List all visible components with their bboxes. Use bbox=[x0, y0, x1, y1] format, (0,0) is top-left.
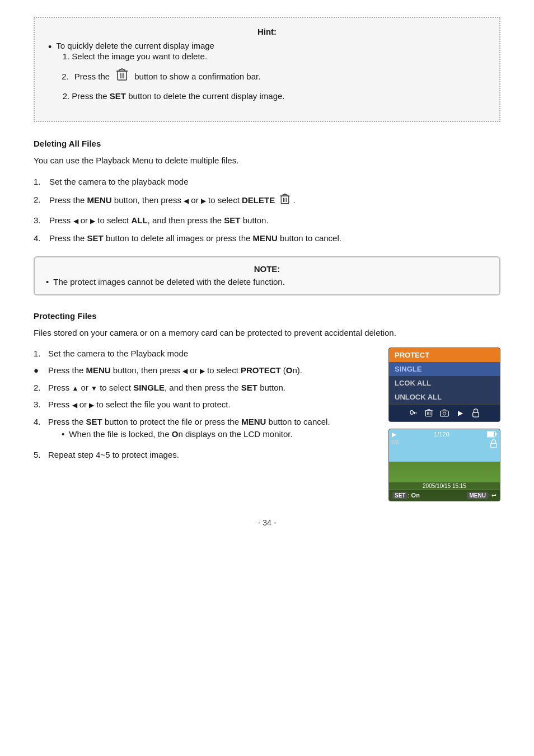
photo-overlay: ▶ 1/120 5M bbox=[389, 429, 500, 501]
toolbar-trash-icon bbox=[423, 407, 435, 419]
svg-rect-26 bbox=[491, 443, 497, 448]
menu-item-lock-all: LCOK ALL bbox=[389, 376, 500, 390]
delete-icon bbox=[115, 68, 129, 86]
protect-step-2: 2. Press or to select SINGLE, and then p… bbox=[34, 382, 377, 395]
photo-resolution: 5M bbox=[391, 439, 399, 445]
page-number: - 34 - bbox=[34, 518, 500, 527]
photo-play-icon: ▶ bbox=[392, 431, 396, 439]
toolbar-on-icon: On bbox=[407, 407, 419, 419]
toolbar-photo-icon bbox=[438, 407, 451, 419]
svg-rect-22 bbox=[473, 412, 479, 417]
photo-battery-icon bbox=[487, 431, 497, 439]
arrow-left-icon-2 bbox=[73, 215, 78, 225]
hint-title: Hint: bbox=[48, 27, 486, 36]
protecting-files-heading: Protecting Files bbox=[34, 311, 500, 321]
hint-step-2: 2. Press the bbox=[62, 68, 284, 86]
arrow-right-icon-4 bbox=[89, 400, 94, 409]
hint-bullet-text: To quickly delete the current display im… bbox=[56, 41, 284, 50]
delete-step-2: 2. Press the MENU button, then press or … bbox=[34, 193, 500, 209]
camera-menu-screen: PROTECT SINGLE LCOK ALL UNLOCK ALL On bbox=[388, 348, 500, 422]
hint-box: Hint: • To quickly delete the current di… bbox=[34, 17, 500, 122]
deleting-all-files-heading: Deleting All Files bbox=[34, 139, 500, 148]
delete-step-4: 4. Press the SET button to delete all im… bbox=[34, 232, 500, 245]
arrow-right-icon bbox=[201, 195, 206, 205]
note-bullet: • The protect images cannot be deleted w… bbox=[46, 277, 488, 287]
hint-steps: Select the image you want to delete. 2. … bbox=[62, 50, 284, 103]
svg-point-21 bbox=[443, 412, 446, 415]
protect-layout: 1. Set the camera to the Playback mode ●… bbox=[34, 348, 500, 501]
svg-line-1 bbox=[121, 69, 125, 70]
arrow-left-icon-3 bbox=[182, 365, 188, 375]
menu-item-single: SINGLE bbox=[389, 362, 500, 376]
protect-step-4: 4. Press the SET button to protect the f… bbox=[34, 416, 377, 444]
protect-step-3: 3. Press or to select the file you want … bbox=[34, 398, 377, 411]
delete-step-1: 1. Set the camera to the playback mode bbox=[34, 175, 500, 189]
note-box: NOTE: • The protect images cannot be del… bbox=[34, 256, 500, 295]
protect-step-5: 5. Repeat step 4~5 to protect images. bbox=[34, 449, 377, 462]
hint-step-1-text: Select the image you want to delete. bbox=[72, 51, 207, 61]
menu-item-protect: PROTECT bbox=[389, 348, 500, 362]
set-on-label: SET: On bbox=[392, 492, 420, 499]
photo-datetime: 2005/10/15 15:15 bbox=[389, 482, 500, 490]
hint-bullet: • To quickly delete the current display … bbox=[48, 41, 486, 107]
photo-bottom-bar: SET: On MENU: ↩ bbox=[389, 490, 500, 501]
deleting-all-files-list: 1. Set the camera to the playback mode 2… bbox=[34, 175, 500, 245]
protect-text: 1. Set the camera to the Playback mode ●… bbox=[34, 348, 377, 466]
arrow-right-icon-3 bbox=[200, 365, 205, 375]
svg-rect-24 bbox=[488, 431, 494, 436]
protect-bullet-menu: ● Press the MENU button, then press or t… bbox=[34, 364, 377, 377]
photo-top-bar: ▶ 1/120 bbox=[389, 429, 500, 440]
hint-step-2-before: Press the bbox=[74, 71, 110, 83]
arrow-down-icon bbox=[91, 383, 97, 392]
hint-step-1: Select the image you want to delete. bbox=[72, 50, 284, 63]
toolbar-lock-icon bbox=[470, 407, 482, 419]
note-text: The protect images cannot be deleted wit… bbox=[53, 277, 285, 287]
menu-item-unlock-all: UNLOCK ALL bbox=[389, 390, 500, 404]
arrow-up-icon bbox=[72, 383, 79, 392]
arrow-left-icon bbox=[184, 195, 189, 205]
svg-rect-25 bbox=[495, 433, 496, 435]
photo-counter: 1/120 bbox=[434, 431, 449, 439]
protecting-files-intro: Files stored on your camera or on a memo… bbox=[34, 326, 500, 340]
protect-step-1: 1. Set the camera to the Playback mode bbox=[34, 348, 377, 360]
delete-step-3: 3. Press or to select ALL, and then pres… bbox=[34, 214, 500, 227]
arrow-left-icon-4 bbox=[72, 400, 77, 409]
photo-protect-icon bbox=[490, 439, 498, 449]
hint-step-2-after: button to show a confirmation bar. bbox=[134, 71, 260, 83]
note-title: NOTE: bbox=[46, 264, 488, 274]
arrow-right-icon-2 bbox=[90, 215, 95, 225]
deleting-all-files-intro: You can use the Playback Menu to delete … bbox=[34, 154, 500, 167]
svg-rect-20 bbox=[441, 411, 448, 416]
hint-bullet-dot: • bbox=[48, 41, 51, 54]
hint-step-3: Press the SET button to delete the curre… bbox=[72, 90, 284, 103]
hint-step-2-num: 2. bbox=[62, 71, 69, 83]
note-bullet-dot: • bbox=[46, 277, 49, 287]
protecting-steps-list: 1. Set the camera to the Playback mode ●… bbox=[34, 348, 377, 462]
camera-toolbar: On bbox=[389, 404, 500, 421]
camera-photo-screen: ▶ 1/120 5M bbox=[388, 429, 500, 501]
protect-images: PROTECT SINGLE LCOK ALL UNLOCK ALL On bbox=[388, 348, 500, 501]
delete-icon-2 bbox=[279, 193, 291, 209]
menu-back-label: MENU: ↩ bbox=[467, 492, 496, 499]
svg-line-8 bbox=[285, 194, 288, 195]
toolbar-play-icon: ▶ bbox=[454, 407, 466, 419]
protect-sub-bullet: • When the file is locked, the On displa… bbox=[62, 428, 330, 441]
